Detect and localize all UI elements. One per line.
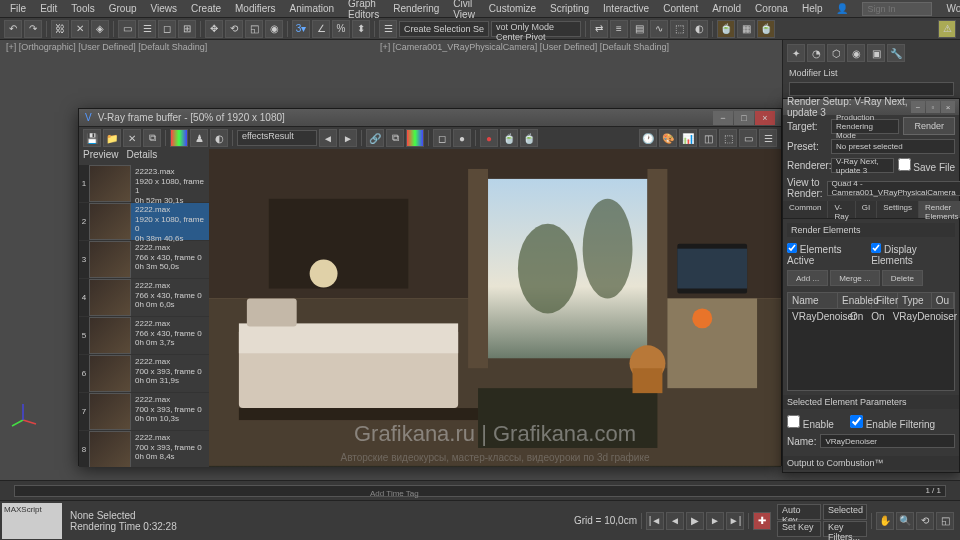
vfb-history-list[interactable]: 122223.max1920 x 1080, frame 10h 52m 30,…: [79, 165, 209, 467]
angle-snap-button[interactable]: ∠: [312, 20, 330, 38]
vfb-duplicate-button[interactable]: ⧉: [143, 129, 161, 147]
vfb-stats-button[interactable]: 📊: [679, 129, 697, 147]
menu-animation[interactable]: Animation: [284, 1, 340, 16]
keyfilters-button[interactable]: Key Filters...: [823, 521, 867, 537]
select-button[interactable]: ▭: [118, 20, 136, 38]
menu-corona[interactable]: Corona: [749, 1, 794, 16]
motion-tab[interactable]: ◉: [847, 44, 865, 62]
unlink-button[interactable]: ✕: [71, 20, 89, 38]
autokey-button[interactable]: Auto Key: [777, 504, 821, 520]
menu-modifiers[interactable]: Modifiers: [229, 1, 282, 16]
orbit-button[interactable]: ⟲: [916, 512, 934, 530]
utilities-tab[interactable]: 🔧: [887, 44, 905, 62]
vfb-ipr-button[interactable]: 🍵: [520, 129, 538, 147]
vfb-stamp-button[interactable]: ▭: [739, 129, 757, 147]
percent-snap-button[interactable]: %: [332, 20, 350, 38]
vfb-rgb-button[interactable]: [170, 129, 188, 147]
vfb-stop-button[interactable]: ●: [480, 129, 498, 147]
rs-close-button[interactable]: ×: [941, 101, 955, 113]
snap-button[interactable]: 3▾: [292, 20, 310, 38]
vfb-details-tab[interactable]: Details: [127, 149, 158, 165]
rs-enable-filtering-check[interactable]: Enable Filtering: [850, 415, 935, 430]
curve-button[interactable]: ∿: [650, 20, 668, 38]
selection-mode[interactable]: vot Only Mode Center Pivot: [491, 21, 581, 37]
vfb-mono-button[interactable]: ◐: [210, 129, 228, 147]
menu-rendering[interactable]: Rendering: [387, 1, 445, 16]
vfb-close-button[interactable]: ×: [755, 111, 775, 125]
vfb-history-button[interactable]: 🕐: [639, 129, 657, 147]
menu-scripting[interactable]: Scripting: [544, 1, 595, 16]
vfb-lens-button[interactable]: 🎨: [659, 129, 677, 147]
place-button[interactable]: ◉: [265, 20, 283, 38]
hierarchy-tab[interactable]: ⬡: [827, 44, 845, 62]
history-thumb[interactable]: 72222.max700 x 393, frame 00h 0m 10,3s: [79, 393, 209, 431]
history-thumb[interactable]: 32222.max766 x 430, frame 00h 3m 50,0s: [79, 241, 209, 279]
rs-view-select[interactable]: Quad 4 - Camera001_VRayPhysicalCamera: [827, 181, 960, 196]
rs-merge-button[interactable]: Merge ...: [830, 270, 880, 286]
goto-end-button[interactable]: ►|: [726, 512, 744, 530]
rs-minimize-button[interactable]: −: [911, 101, 925, 113]
rs-tab-vray[interactable]: V-Ray: [828, 201, 855, 218]
rs-tab-common[interactable]: Common: [783, 201, 828, 218]
redo-button[interactable]: ↷: [24, 20, 42, 38]
rs-renderer-select[interactable]: V-Ray Next, update 3: [831, 158, 894, 173]
rs-tab-settings[interactable]: Settings: [877, 201, 919, 218]
vfb-preview-tab[interactable]: Preview: [83, 149, 119, 165]
spinner-snap-button[interactable]: ⬍: [352, 20, 370, 38]
undo-button[interactable]: ↶: [4, 20, 22, 38]
rs-savefile-check[interactable]: [898, 158, 911, 171]
select-region-button[interactable]: ◻: [158, 20, 176, 38]
menu-edit[interactable]: Edit: [34, 1, 63, 16]
goto-start-button[interactable]: |◄: [646, 512, 664, 530]
rs-enable-check[interactable]: Enable: [787, 415, 834, 430]
scale-button[interactable]: ◱: [245, 20, 263, 38]
link-button[interactable]: ⛓: [51, 20, 69, 38]
rs-target-select[interactable]: Production Rendering Mode: [831, 119, 899, 134]
vfb-save-button[interactable]: 💾: [83, 129, 101, 147]
bind-button[interactable]: ◈: [91, 20, 109, 38]
timeline-track[interactable]: 1 / 1: [14, 485, 946, 497]
menu-help[interactable]: Help: [796, 1, 829, 16]
vray-icon[interactable]: ⚠: [938, 20, 956, 38]
maximize-viewport-button[interactable]: ◱: [936, 512, 954, 530]
modify-tab[interactable]: ◔: [807, 44, 825, 62]
menu-tools[interactable]: Tools: [65, 1, 100, 16]
vfb-load-button[interactable]: 📁: [103, 129, 121, 147]
rs-tab-gi[interactable]: GI: [856, 201, 877, 218]
vfb-render-view[interactable]: Grafikana.ru | Grafikana.com Авторские в…: [209, 149, 781, 467]
menu-arnold[interactable]: Arnold: [706, 1, 747, 16]
rs-col-filter[interactable]: Filter: [872, 293, 898, 308]
add-time-tag[interactable]: Add Time Tag: [370, 489, 419, 498]
camera-viewport-label[interactable]: [+] [Camera001_VRayPhysicalCamera] [User…: [380, 42, 669, 52]
vfb-lighting-button[interactable]: ⬚: [719, 129, 737, 147]
select-name-button[interactable]: ☰: [138, 20, 156, 38]
render-frame-button[interactable]: ▦: [737, 20, 755, 38]
history-thumb[interactable]: 122223.max1920 x 1080, frame 10h 52m 30,…: [79, 165, 209, 203]
rotate-button[interactable]: ⟲: [225, 20, 243, 38]
rs-element-row[interactable]: VRayDenoiser On On VRayDenoiser: [788, 309, 954, 324]
menu-civil-view[interactable]: Civil View: [447, 0, 481, 22]
prev-frame-button[interactable]: ◄: [666, 512, 684, 530]
vfb-region-button[interactable]: ◻: [433, 129, 451, 147]
rs-elements-table[interactable]: Name Enabled Filter Type Ou VRayDenoiser…: [787, 292, 955, 391]
modifier-list-select[interactable]: [789, 82, 954, 96]
mirror-button[interactable]: ⇄: [590, 20, 608, 38]
move-button[interactable]: ✥: [205, 20, 223, 38]
render-setup-button[interactable]: 🍵: [717, 20, 735, 38]
create-tab[interactable]: ✦: [787, 44, 805, 62]
vfb-titlebar[interactable]: V V-Ray frame buffer - [50% of 1920 x 10…: [79, 109, 781, 127]
rs-col-enabled[interactable]: Enabled: [838, 293, 872, 308]
rs-preset-select[interactable]: No preset selected: [831, 139, 955, 154]
rs-col-name[interactable]: Name: [788, 293, 838, 308]
menu-create[interactable]: Create: [185, 1, 227, 16]
vfb-maximize-button[interactable]: □: [734, 111, 754, 125]
vfb-cc-panel-button[interactable]: ☰: [759, 129, 777, 147]
rs-selected-element-header[interactable]: Selected Element Parameters: [783, 395, 959, 409]
pan-button[interactable]: ✋: [876, 512, 894, 530]
layer-button[interactable]: ▤: [630, 20, 648, 38]
history-thumb[interactable]: 62222.max700 x 393, frame 00h 0m 31,9s: [79, 355, 209, 393]
align-button[interactable]: ≡: [610, 20, 628, 38]
rs-delete-button[interactable]: Delete: [882, 270, 923, 286]
timeline[interactable]: 1 / 1: [0, 480, 960, 500]
vfb-track-button[interactable]: ●: [453, 129, 471, 147]
